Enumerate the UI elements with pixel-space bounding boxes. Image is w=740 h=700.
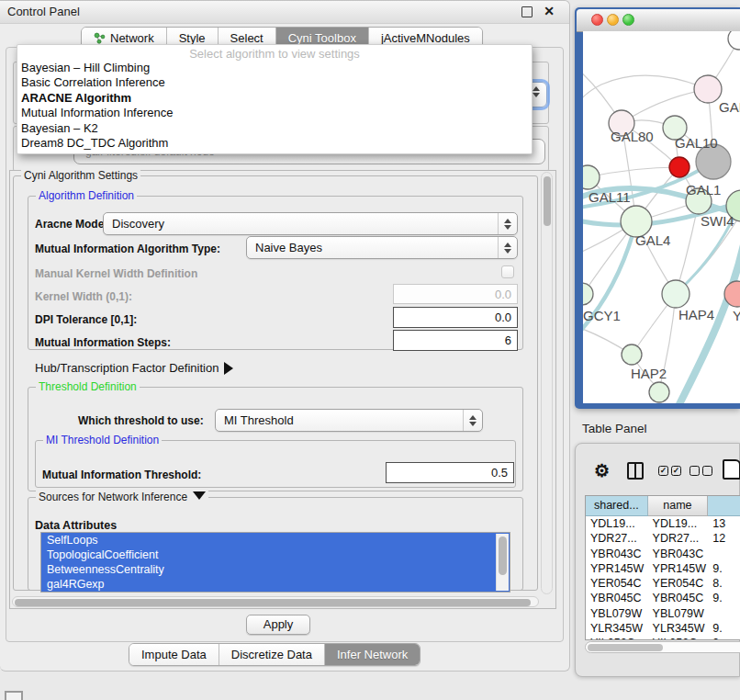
- sources-title-text: Sources for Network Inference: [39, 491, 187, 503]
- settings-horizontal-scrollbar[interactable]: [12, 596, 539, 607]
- sources-group-title[interactable]: Sources for Network Inference: [36, 491, 208, 503]
- tab-label: Infer Network: [337, 644, 408, 665]
- scrollbar-thumb[interactable]: [588, 644, 663, 651]
- aracne-mode-combobox[interactable]: Discovery: [103, 212, 518, 235]
- columns-icon[interactable]: [627, 462, 644, 480]
- apply-button[interactable]: Apply: [246, 615, 310, 635]
- network-window-titlebar[interactable]: [577, 9, 740, 32]
- column-header-partial[interactable]: [708, 496, 740, 516]
- node-table: shared... name YDL19...YDL19...13 YDR27.…: [585, 495, 740, 640]
- tab-impute-data[interactable]: Impute Data: [129, 644, 219, 665]
- network-canvas[interactable]: GAL GAL80 GAL10 GAL1 GAL11 SWI4 GAL4 GCY…: [583, 31, 740, 403]
- partial-bottom-icon[interactable]: [5, 691, 23, 700]
- table-row[interactable]: YLR345WYLR345W9.: [586, 621, 740, 636]
- list-item[interactable]: gal4RGexp: [41, 577, 510, 592]
- combo-arrows-icon: [463, 410, 482, 431]
- dropdown-item[interactable]: Mutual Information Inference: [17, 106, 532, 120]
- control-panel-window: Control Panel ✕ Network Style Select Cyn…: [0, 0, 570, 672]
- table-row[interactable]: YDL19...YDL19...13: [586, 516, 740, 531]
- column-header-shared-name[interactable]: shared...: [586, 496, 648, 516]
- table-row[interactable]: YBL079WYBL079W: [586, 606, 740, 621]
- scrollbar-thumb[interactable]: [544, 176, 551, 226]
- tab-discretize-data[interactable]: Discretize Data: [219, 644, 325, 665]
- kernel-width-label: Kernel Width (0,1):: [35, 290, 132, 303]
- node-hap2[interactable]: [622, 344, 642, 365]
- tab-infer-network[interactable]: Infer Network: [325, 644, 420, 665]
- control-panel-titlebar[interactable]: Control Panel ✕: [0, 1, 569, 24]
- cell: YIL052C: [648, 636, 709, 639]
- node-label: GAL: [719, 99, 740, 115]
- node-gcy1[interactable]: [583, 283, 593, 305]
- cell: YLR345W: [648, 621, 709, 636]
- which-threshold-combobox[interactable]: MI Threshold: [215, 409, 483, 432]
- show-columns-icon[interactable]: ✓✓: [658, 466, 681, 476]
- node-partial-top[interactable]: [728, 31, 740, 50]
- list-item[interactable]: TopologicalCoefficient: [41, 548, 510, 562]
- cell: YBL079W: [648, 606, 709, 621]
- network-view-window: GAL GAL80 GAL10 GAL1 GAL11 SWI4 GAL4 GCY…: [575, 7, 740, 409]
- hide-columns-icon[interactable]: [690, 466, 712, 476]
- group-title: MI Threshold Definition: [43, 434, 162, 446]
- gear-icon[interactable]: ⚙: [594, 460, 610, 481]
- cell: YPR145W: [648, 561, 709, 576]
- hub-definition-expander[interactable]: Hub/Transcription Factor Definition: [35, 361, 233, 375]
- scrollbar-thumb[interactable]: [499, 536, 507, 575]
- cell: YBL079W: [586, 606, 648, 621]
- mac-minimize-button[interactable]: [607, 14, 619, 26]
- kernel-width-field[interactable]: [393, 284, 518, 304]
- close-icon[interactable]: ✕: [544, 4, 555, 18]
- mi-steps-field[interactable]: [393, 330, 518, 351]
- node-red-selected[interactable]: [669, 157, 690, 177]
- mac-zoom-button[interactable]: [622, 14, 634, 26]
- cell: 9.: [708, 561, 740, 576]
- dropdown-item[interactable]: Basic Correlation Inference: [17, 75, 532, 90]
- list-item[interactable]: SelfLoops: [41, 533, 510, 548]
- column-header-name[interactable]: name: [648, 496, 709, 516]
- cell: 9: [708, 636, 740, 639]
- network-graph: GAL GAL80 GAL10 GAL1 GAL11 SWI4 GAL4 GCY…: [583, 31, 740, 403]
- table-row[interactable]: YIL052CYIL052C9: [586, 636, 740, 639]
- mi-steps-label: Mutual Information Steps:: [35, 336, 171, 349]
- node-label: SWI4: [701, 213, 734, 229]
- scrollbar-thumb[interactable]: [15, 599, 531, 606]
- mi-threshold-field[interactable]: [386, 462, 514, 483]
- dropdown-item-aracne[interactable]: ARACNE Algorithm: [17, 91, 532, 106]
- table-body[interactable]: YDL19...YDL19...13 YDR27...YDR27...12 YB…: [586, 516, 740, 639]
- dropdown-item[interactable]: Dream8 DC_TDC Algorithm: [17, 136, 532, 151]
- combo-value: Discovery: [104, 217, 498, 231]
- mac-close-button[interactable]: [591, 14, 603, 26]
- node-label: GAL11: [589, 189, 631, 205]
- list-item[interactable]: BetweennessCentrality: [41, 562, 510, 577]
- export-table-icon[interactable]: [723, 459, 740, 480]
- settings-vertical-scrollbar[interactable]: [541, 172, 553, 594]
- table-row[interactable]: YBR043CYBR043C: [586, 547, 740, 561]
- cell: 8.: [708, 576, 740, 591]
- node-hap4[interactable]: [662, 280, 690, 308]
- cell: YPR145W: [586, 561, 648, 576]
- table-row[interactable]: YDR27...YDR27...12: [586, 531, 740, 546]
- float-window-icon[interactable]: [521, 6, 533, 17]
- data-attributes-list[interactable]: SelfLoops TopologicalCoefficient Between…: [40, 532, 510, 593]
- cyni-bottom-tabbar: Impute Data Discretize Data Infer Networ…: [129, 643, 420, 666]
- list-scrollbar[interactable]: [496, 534, 509, 591]
- mi-type-combobox[interactable]: Naive Bayes: [246, 236, 518, 259]
- node-gal7[interactable]: [694, 75, 722, 103]
- dpi-tolerance-field[interactable]: [393, 307, 518, 328]
- dpi-tolerance-label: DPI Tolerance [0,1]:: [35, 313, 137, 326]
- table-row[interactable]: YPR145WYPR145W9.: [586, 561, 740, 576]
- expander-expanded-icon: [193, 491, 206, 500]
- group-title: Threshold Definition: [36, 380, 140, 393]
- table-row[interactable]: YBR045CYBR045C9.: [586, 591, 740, 605]
- manual-kernel-checkbox[interactable]: [501, 265, 514, 278]
- table-horizontal-scrollbar[interactable]: [585, 641, 740, 653]
- table-row[interactable]: YER054CYER054C8.: [586, 576, 740, 591]
- cell: YER054C: [648, 576, 709, 591]
- cell: [708, 547, 740, 561]
- node-partial-bottom[interactable]: [649, 382, 669, 402]
- dropdown-item[interactable]: Bayesian – Hill Climbing: [17, 61, 532, 75]
- dropdown-item[interactable]: Bayesian – K2: [17, 121, 532, 136]
- screen: { "colors": { "selection_blue": "#3e6fd8…: [0, 0, 740, 700]
- node-label: Y: [733, 308, 740, 323]
- window-title: Control Panel: [7, 5, 80, 18]
- expander-collapsed-icon: [224, 362, 233, 375]
